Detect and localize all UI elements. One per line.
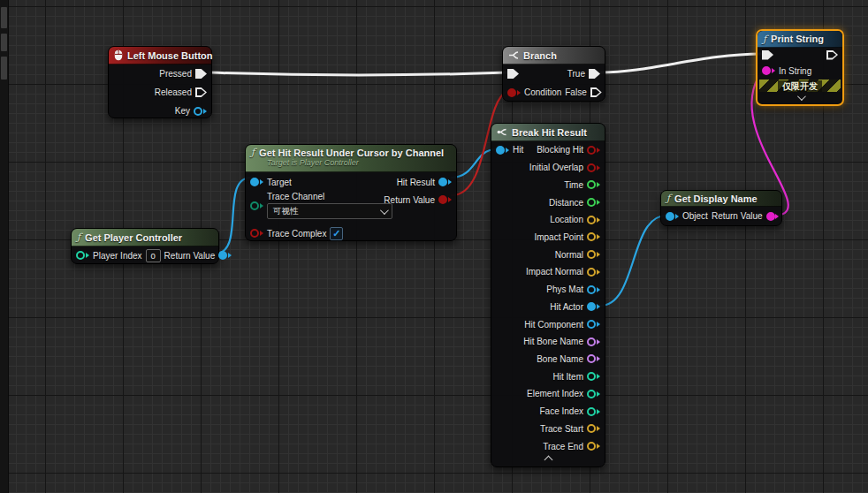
node-header[interactable]: ƒ Get Player Controller [72, 229, 218, 246]
node-get-display-name[interactable]: ƒ Get Display Name Object Return Value [660, 190, 782, 226]
pin-label-gdn-return-value: Return Value [712, 211, 763, 221]
expand-node-chevron-icon[interactable] [796, 92, 805, 101]
pin-row: Hit Actor [491, 298, 605, 315]
data-pin-time[interactable] [587, 180, 600, 189]
development-only-banner: 仅限开发 [759, 80, 841, 92]
data-pin-trace-end[interactable] [587, 442, 600, 451]
pin-label-target: Target [267, 178, 292, 187]
panel-strip-segment [1, 34, 7, 51]
data-pin-key[interactable] [194, 107, 207, 116]
node-print-string[interactable]: ƒ Print String In String 仅限开发 [756, 29, 844, 106]
pin-label-key: Key [175, 106, 190, 116]
node-title: Break Hit Result [512, 127, 587, 138]
node-header[interactable]: ƒ Print String [758, 31, 842, 48]
exec-pin-released[interactable] [195, 87, 207, 97]
branch-icon [508, 50, 519, 60]
data-pin-in-string[interactable] [762, 66, 775, 75]
exec-pin-pressed[interactable] [195, 69, 207, 79]
exec-pin-true[interactable] [589, 69, 600, 79]
data-pin-hit[interactable] [496, 146, 509, 155]
data-pin-player-index[interactable] [76, 251, 89, 260]
data-pin-bone-name[interactable] [587, 354, 600, 363]
function-icon: ƒ [251, 147, 255, 158]
pin-row: Phys Mat [491, 281, 605, 299]
data-pin-ghr-return-value[interactable] [438, 195, 452, 204]
pin-row: Normal [491, 246, 605, 263]
collapse-node-chevron-icon[interactable] [544, 456, 552, 465]
node-header[interactable]: Break Hit Result [491, 124, 605, 141]
node-title: Get Player Controller [85, 232, 182, 243]
data-pin-target[interactable] [250, 178, 263, 186]
mouse-icon [114, 49, 123, 61]
node-left-mouse-button[interactable]: Left Mouse Button Pressed Released Key [108, 46, 212, 118]
pin-row: Distance [491, 193, 605, 211]
data-pin-impact-normal[interactable] [587, 268, 600, 277]
pin-row: Trace End [491, 437, 605, 455]
pin-row: Element Index [491, 385, 605, 403]
trace-channel-dropdown[interactable]: 可视性 [267, 203, 392, 219]
development-only-label: 仅限开发 [778, 80, 822, 92]
node-break-hit-result[interactable]: Break Hit Result Hit Blocking Hit Initia… [491, 123, 605, 467]
function-icon: ƒ [763, 34, 766, 45]
pin-row: Face Index [491, 403, 605, 421]
data-pin-phys-mat[interactable] [587, 285, 600, 294]
data-pin-hit-item[interactable] [587, 372, 600, 381]
data-pin-condition[interactable] [507, 88, 521, 97]
data-pin-impact-point[interactable] [587, 232, 600, 241]
data-pin-blocking-hit[interactable] [587, 146, 600, 155]
data-pin-trace-complex[interactable] [250, 229, 263, 238]
pin-row: Time [491, 176, 605, 193]
node-get-hit-result-under-cursor[interactable]: ƒ Get Hit Result Under Cursor by Channel… [245, 144, 457, 241]
exec-pin-print-out[interactable] [826, 50, 838, 60]
exec-pin-branch-in[interactable] [507, 69, 519, 79]
checkbox-check-icon: ✓ [332, 229, 340, 239]
pin-label-pressed: Pressed [159, 69, 192, 79]
data-pin-hit-result[interactable] [438, 178, 452, 186]
node-title: Print String [771, 34, 824, 44]
data-pin-element-index[interactable] [587, 390, 600, 398]
node-branch[interactable]: Branch True Condition False [502, 46, 605, 102]
node-subtitle: Target is Player Controller [267, 158, 451, 167]
data-pin-hit-bone-name[interactable] [587, 338, 600, 346]
pin-row: Trace Start [491, 421, 605, 438]
data-pin-normal[interactable] [587, 250, 600, 259]
data-pin-distance[interactable] [587, 198, 600, 207]
chevron-down-icon [380, 206, 389, 215]
data-pin-initial-overlap[interactable] [587, 163, 600, 172]
pin-label-gpc-return-value: Return Value [164, 251, 216, 261]
pin-label-true: True [567, 69, 585, 79]
data-pin-object[interactable] [666, 212, 679, 221]
node-header[interactable]: Left Mouse Button [109, 47, 211, 64]
node-header[interactable]: ƒ Get Hit Result Under Cursor by Channel… [246, 145, 456, 172]
node-title: Get Display Name [674, 193, 758, 204]
pin-row: Initial Overlap [491, 159, 605, 177]
wire-pressed-to-branch [209, 72, 507, 75]
pin-label-hit-result: Hit Result [397, 178, 435, 187]
pin-label-trace-complex: Trace Complex [267, 229, 326, 239]
data-pin-gdn-return-value[interactable] [766, 212, 780, 221]
collapsed-panel-strip [0, 0, 9, 493]
pin-label-in-string: In String [779, 66, 811, 76]
pin-row: Hit Bone Name [491, 333, 605, 351]
data-pin-face-index[interactable] [587, 407, 600, 416]
node-get-player-controller[interactable]: ƒ Get Player Controller Player Index 0 R… [71, 228, 219, 264]
blueprint-graph-canvas[interactable]: Left Mouse Button Pressed Released Key B… [0, 0, 868, 493]
panel-strip-segment [1, 57, 7, 80]
data-pin-location[interactable] [587, 216, 600, 224]
data-pin-trace-channel[interactable] [250, 201, 263, 210]
data-pin-hit-component[interactable] [587, 320, 600, 329]
function-icon: ƒ [77, 231, 80, 243]
exec-pin-print-in[interactable] [762, 50, 773, 60]
trace-complex-checkbox[interactable]: ✓ [330, 227, 343, 240]
function-icon: ƒ [666, 193, 670, 204]
player-index-input[interactable]: 0 [146, 249, 161, 262]
exec-pin-false[interactable] [590, 87, 602, 97]
data-pin-gpc-return-value[interactable] [218, 251, 232, 260]
wire-true-to-printstring [601, 54, 761, 72]
data-pin-hit-actor[interactable] [587, 302, 600, 311]
data-pin-trace-start[interactable] [587, 424, 600, 433]
pin-row: Location [491, 211, 605, 229]
pin-row: Hit Item [491, 368, 605, 385]
node-header[interactable]: Branch [503, 47, 605, 64]
node-header[interactable]: ƒ Get Display Name [661, 191, 781, 207]
